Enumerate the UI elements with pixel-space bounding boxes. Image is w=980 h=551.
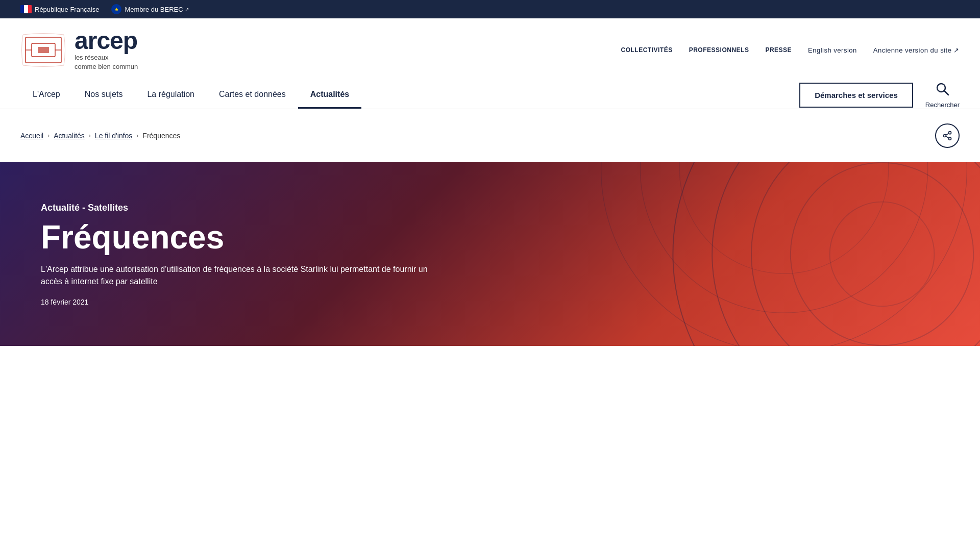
svg-point-17 [601,162,967,346]
hero-subtitle: Actualité - Satellites [41,203,449,213]
nav-actualites[interactable]: Actualités [298,82,361,109]
search-button[interactable]: Rechercher [925,82,960,109]
nav-collectivites[interactable]: COLLECTIVITÉS [621,46,673,54]
nav-nos-sujets[interactable]: Nos sujets [72,82,135,109]
svg-point-5 [937,84,945,92]
arcep-logo-icon [20,32,66,68]
share-button[interactable] [935,123,960,148]
svg-line-6 [945,91,949,95]
nav-english[interactable]: English version [808,46,857,54]
breadcrumb-fil-dinfos[interactable]: Le fil d'infos [95,132,133,140]
main-nav-links: L'Arcep Nos sujets La régulation Cartes … [20,82,799,109]
main-nav-actions: Démarches et services Rechercher [799,82,960,109]
svg-rect-2 [38,47,49,53]
search-label: Rechercher [925,101,960,109]
header: arcep les réseaux comme bien commun COLL… [0,18,980,109]
hero-content: Actualité - Satellites Fréquences L'Arce… [41,203,449,306]
svg-point-18 [640,162,927,313]
breadcrumb-accueil[interactable]: Accueil [20,132,43,140]
hero-banner: Actualité - Satellites Fréquences L'Arce… [0,162,980,346]
breadcrumb: Accueil › Actualités › Le fil d'infos › … [20,132,180,140]
header-nav-top: COLLECTIVITÉS PROFESSIONNELS PRESSE Engl… [621,46,960,54]
berec-item[interactable]: ★ Membre du BEREC ↗ [111,4,188,14]
svg-line-10 [946,137,949,138]
svg-point-19 [679,162,889,273]
search-icon [935,82,949,99]
nav-professionnels[interactable]: PROFESSIONNELS [689,46,749,54]
top-bar: République Française ★ Membre du BEREC ↗ [0,0,980,18]
eu-icon: ★ [111,4,121,14]
svg-point-13 [712,162,980,346]
svg-line-11 [946,134,949,135]
hero-title: Fréquences [41,219,449,255]
republic-label: République Française [35,6,99,13]
logo-name: arcep [75,29,138,53]
nav-presse[interactable]: PRESSE [765,46,792,54]
breadcrumb-sep-2: › [89,132,91,139]
breadcrumb-actualites[interactable]: Actualités [54,132,85,140]
hero-decorative-circles [392,162,980,346]
breadcrumb-area: Accueil › Actualités › Le fil d'infos › … [0,109,980,162]
nav-la-regulation[interactable]: La régulation [135,82,207,109]
share-icon [942,131,952,141]
bottom-area [0,346,980,448]
logo-area[interactable]: arcep les réseaux comme bien commun [20,29,138,71]
logo-name-area: arcep les réseaux comme bien commun [75,29,138,71]
breadcrumb-current: Fréquences [142,132,180,140]
french-flag [20,5,32,13]
nav-larcep[interactable]: L'Arcep [20,82,72,109]
demarches-button[interactable]: Démarches et services [799,83,913,108]
main-nav: L'Arcep Nos sujets La régulation Cartes … [20,82,960,109]
breadcrumb-sep-1: › [47,132,50,139]
republic-item: République Française [20,5,99,13]
header-top: arcep les réseaux comme bien commun COLL… [20,29,960,71]
hero-description: L'Arcep attribue une autorisation d'util… [41,263,449,288]
berec-link[interactable]: Membre du BEREC ↗ [125,6,188,13]
breadcrumb-sep-3: › [136,132,138,139]
hero-date: 18 février 2021 [41,298,449,306]
nav-ancienne[interactable]: Ancienne version du site ↗ [873,46,960,54]
nav-cartes[interactable]: Cartes et données [207,82,298,109]
logo-tagline: les réseaux comme bien commun [75,53,138,71]
external-link-icon: ↗ [185,7,189,12]
